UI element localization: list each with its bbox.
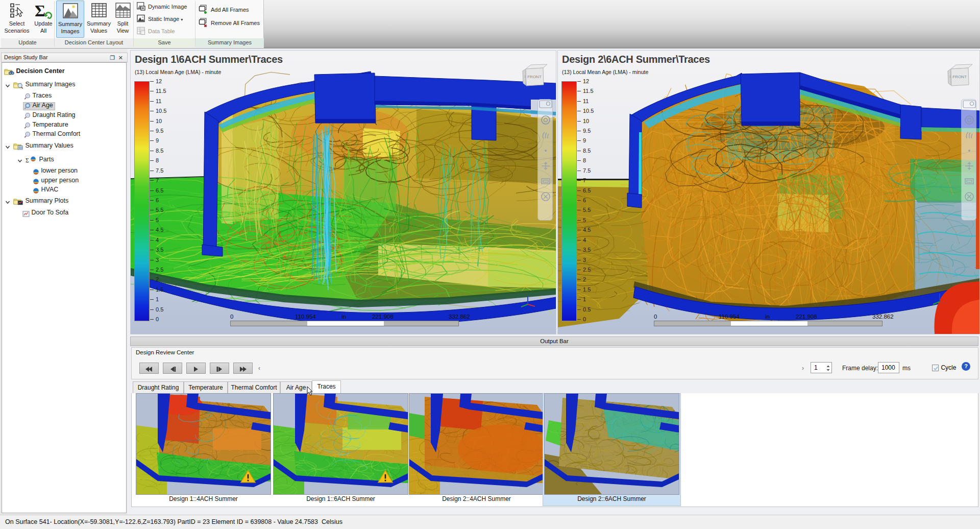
svg-text:Σ: Σ: [35, 3, 45, 19]
svg-text:Σ: Σ: [26, 157, 29, 163]
svg-text:FRONT: FRONT: [952, 75, 967, 79]
svg-text:FRONT: FRONT: [527, 75, 542, 79]
svg-text:3: 3: [524, 75, 526, 78]
svg-text:3: 3: [949, 75, 951, 78]
